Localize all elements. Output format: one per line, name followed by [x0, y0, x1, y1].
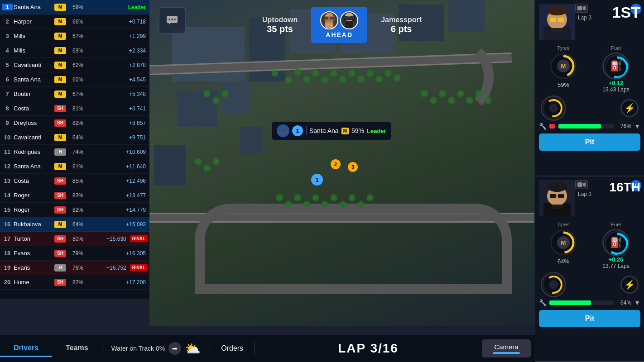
- driver1-repair-fill: [558, 124, 601, 129]
- tyre-badge: M: [54, 163, 66, 170]
- table-row[interactable]: 4 Mills M 69% +2.334: [0, 43, 149, 58]
- driver1-tyre-fuel-labels: Tyres M 59% Fuel: [535, 43, 644, 95]
- driver-name: Costa: [14, 105, 53, 112]
- gap-time: +9.751: [83, 134, 148, 141]
- tyre-wear: 60%: [67, 76, 83, 83]
- position-number: 3: [2, 33, 13, 39]
- tyre-wear: 62%: [67, 62, 83, 68]
- position-number: 5: [2, 62, 13, 68]
- driver2-repair-bar: [549, 300, 614, 305]
- water-text: Water on Track 0%: [111, 345, 165, 352]
- gap-time: +1.299: [83, 33, 148, 39]
- position-number: 17: [2, 235, 13, 242]
- table-row[interactable]: 14 Roger SH 83% +13.477: [0, 188, 149, 203]
- tyre-badge: M: [54, 4, 66, 11]
- driver2-tyre-gauge: M: [550, 229, 577, 256]
- tyre-badge: SH: [54, 177, 66, 185]
- gap-time: +16.752: [83, 265, 128, 271]
- table-row[interactable]: 8 Costa SH 81% +6.741: [0, 101, 149, 116]
- tab-teams[interactable]: Teams: [52, 340, 102, 357]
- position-number: 4: [2, 47, 13, 54]
- tab-drivers[interactable]: Drivers: [0, 340, 52, 357]
- svg-rect-42: [558, 194, 564, 198]
- table-row[interactable]: 10 Cavalcanti M 64% +9.751: [0, 130, 149, 145]
- driver1-fuel-label: Fuel: [611, 45, 620, 51]
- gap-time: +15.093: [83, 221, 148, 228]
- driver-name: Costa: [14, 177, 53, 184]
- driver-name: Evans: [14, 250, 53, 257]
- gap-time: +16.305: [83, 250, 148, 257]
- table-row[interactable]: 9 Dreyfuss SH 82% +8.857: [0, 116, 149, 130]
- camera-button[interactable]: Camera: [482, 339, 531, 357]
- driver-name: Santa Ana: [14, 76, 53, 83]
- driver1-video-icon[interactable]: [575, 4, 588, 13]
- camera-label: Camera: [494, 343, 518, 351]
- driver2-pit-button[interactable]: Pit: [539, 310, 640, 327]
- gap-time: +5.348: [83, 91, 148, 97]
- tyre-wear: 61%: [67, 163, 83, 170]
- svg-point-55: [549, 280, 558, 289]
- driver-name: Harper: [14, 18, 53, 25]
- driver2-avatar: [539, 180, 575, 216]
- tyre-wear: 64%: [67, 134, 83, 141]
- table-row[interactable]: 16 Bukhalova M 64% +15.093: [0, 217, 149, 232]
- car-marker-3: 3: [348, 162, 358, 172]
- table-row[interactable]: 17 Turton SH 80% +15.630 RIVAL: [0, 232, 149, 246]
- driver2-fuel: Fuel ⛽ +0.26 13.77 Laps: [591, 222, 640, 269]
- water-section: Water on Track 0% ➡ ⛅: [102, 341, 210, 356]
- leaderboard-panel: 1 Santa Ana M 59% Leader 2 Harper M 66% …: [0, 0, 149, 299]
- table-row[interactable]: 15 Roger SH 82% +14.779: [0, 203, 149, 217]
- position-number: 16: [2, 221, 13, 228]
- table-row[interactable]: 5 Cavalcanti M 62% +2.878: [0, 58, 149, 72]
- driver2-repair-fill: [549, 300, 591, 305]
- driver2-position: 16TH: [610, 180, 640, 195]
- position-number: 6: [2, 76, 13, 83]
- svg-point-40: [547, 182, 567, 192]
- driver-name: Santa Ana: [14, 163, 53, 170]
- tyre-badge: M: [54, 134, 66, 141]
- driver-name: Mills: [14, 33, 53, 39]
- table-row[interactable]: 19 Evans H 76% +16.752 RIVAL: [0, 261, 149, 275]
- orders-button[interactable]: Orders: [210, 341, 255, 356]
- driver2-card-top: i Lap 3 16TH: [535, 176, 644, 220]
- tyre-wear: 76%: [67, 265, 83, 271]
- position-number: 20: [2, 279, 13, 286]
- driver1-pit-button[interactable]: Pit: [539, 133, 640, 151]
- chat-button[interactable]: [159, 7, 186, 34]
- svg-point-1: [168, 19, 170, 20]
- table-row[interactable]: 11 Rodrigues H 74% +10.609: [0, 145, 149, 159]
- gap-time: +10.609: [83, 149, 148, 155]
- tyre-wear: 82%: [67, 120, 83, 126]
- table-row[interactable]: 12 Santa Ana M 61% +11.640: [0, 159, 149, 174]
- driver1-lightning-icon: ⚡: [620, 99, 639, 117]
- driver1-lap: Lap 3: [578, 14, 591, 21]
- driver2-video-icon[interactable]: [575, 180, 588, 189]
- gap-time: +4.545: [83, 76, 148, 83]
- tyre-wear: 79%: [67, 250, 83, 257]
- gap-time: +14.779: [83, 207, 148, 213]
- rival-badge: RIVAL: [130, 264, 148, 271]
- table-row[interactable]: 18 Evans SH 79% +16.305: [0, 246, 149, 261]
- svg-point-3: [174, 19, 176, 20]
- right-panel: i Lap 3 1ST Tyres M: [535, 0, 644, 362]
- driver2-wrench-icon: 🔧: [539, 299, 547, 306]
- tyre-badge: M: [54, 18, 66, 25]
- car-marker-2: 2: [331, 159, 341, 169]
- table-row[interactable]: 13 Costa SH 85% +12.496: [0, 174, 149, 188]
- driver1-tyres: Tyres M 59%: [539, 45, 588, 93]
- driver2-lap: Lap 3: [578, 191, 591, 197]
- table-row[interactable]: 1 Santa Ana M 59% Leader: [0, 0, 149, 14]
- driver1-fuel-laps: 13.43 Laps: [602, 86, 629, 93]
- water-arrow-icon[interactable]: ➡: [168, 342, 181, 355]
- tyre-wear: 69%: [67, 48, 83, 54]
- table-row[interactable]: 20 Hume SH 82% +17.200: [0, 275, 149, 290]
- table-row[interactable]: 3 Mills M 67% +1.299: [0, 29, 149, 43]
- table-row[interactable]: 2 Harper M 66% +0.718: [0, 14, 149, 29]
- driver2-lightning-icon: ⚡: [620, 276, 639, 294]
- position-number: 9: [2, 119, 13, 126]
- driver-name: Dreyfuss: [14, 119, 53, 126]
- tyre-badge: M: [54, 47, 66, 54]
- camera-slider[interactable]: [493, 352, 520, 354]
- table-row[interactable]: 6 Santa Ana M 60% +4.545: [0, 72, 149, 87]
- table-row[interactable]: 7 Boutin M 67% +5.348: [0, 87, 149, 101]
